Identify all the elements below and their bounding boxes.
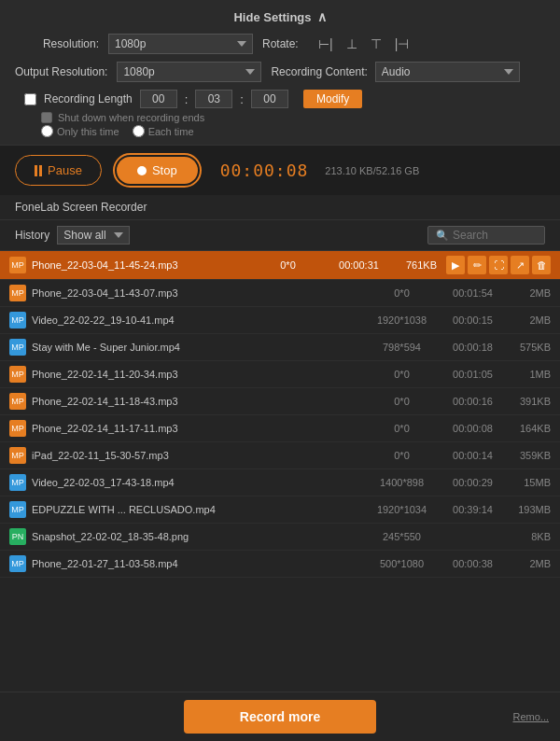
history-select[interactable]: Show all xyxy=(57,226,130,245)
remove-link[interactable]: Remo... xyxy=(512,711,549,722)
pause-button[interactable]: Pause xyxy=(15,155,102,186)
resolution-row: Resolution: 1080p 720p Rotate: ⊢| ⊥ ⊤ |⊣ xyxy=(15,34,545,54)
shutdown-label: Shut down when recording ends xyxy=(58,112,204,123)
table-row[interactable]: MPPhone_22-02-14_11-20-34.mp30*000:01:05… xyxy=(0,361,560,388)
output-resolution-select[interactable]: 1080p 720p xyxy=(117,62,261,82)
shutdown-checkbox[interactable] xyxy=(41,112,52,123)
file-resolution: 245*550 xyxy=(367,531,437,542)
file-resolution: 0*0 xyxy=(367,369,437,380)
table-row[interactable]: MPEDPUZZLE WITH ... RECLUSADO.mp41920*10… xyxy=(0,496,560,524)
table-row[interactable]: MPiPad_22-02-11_15-30-57.mp30*000:00:143… xyxy=(0,442,560,469)
recording-content-label: Recording Content: xyxy=(271,65,367,78)
file-name: Stay with Me - Super Junior.mp4 xyxy=(32,342,361,353)
radio-row: Only this time Each time xyxy=(15,125,545,137)
controls-bar: Pause Stop 00:00:08 213.10 KB/52.16 GB xyxy=(0,145,560,195)
table-row[interactable]: MPStay with Me - Super Junior.mp4798*594… xyxy=(0,334,560,361)
file-duration: 00:00:29 xyxy=(442,477,503,488)
file-type-icon: MP xyxy=(9,285,26,301)
rotate-label: Rotate: xyxy=(262,37,309,50)
edit-button[interactable]: ✏ xyxy=(468,256,486,274)
time-seconds-input[interactable] xyxy=(251,90,288,108)
file-size: 575KB xyxy=(509,342,551,353)
rotate-btn-1[interactable]: ⊢| xyxy=(315,35,337,53)
pause-icon xyxy=(35,165,42,176)
play-button[interactable]: ▶ xyxy=(446,256,465,274)
file-duration: 00:00:31 xyxy=(329,259,389,271)
file-resolution: 0*0 xyxy=(367,396,437,407)
file-name: Snapshot_22-02-02_18-35-48.png xyxy=(32,531,361,542)
time-minutes-input[interactable] xyxy=(195,90,232,108)
file-size: 164KB xyxy=(509,423,551,434)
table-row[interactable]: MPPhone_22-01-27_11-03-58.mp4500*108000:… xyxy=(0,551,560,578)
table-row[interactable]: MPVideo_22-02-22_19-10-41.mp41920*103800… xyxy=(0,307,560,334)
time-sep-1: : xyxy=(185,92,189,106)
file-name: Video_22-02-03_17-43-18.mp4 xyxy=(32,477,361,488)
file-duration: 00:39:14 xyxy=(442,504,503,515)
hide-settings-label: Hide Settings xyxy=(233,10,311,24)
chevron-up-icon[interactable]: ∧ xyxy=(317,9,327,24)
file-actions: ▶✏⛶↗🗑 xyxy=(446,256,551,274)
each-time-label: Each time xyxy=(148,126,194,137)
file-name: Phone_22-02-14_11-18-43.mp3 xyxy=(32,396,361,407)
delete-button[interactable]: 🗑 xyxy=(532,256,551,274)
time-sep-2: : xyxy=(240,92,244,106)
each-time-radio[interactable] xyxy=(133,125,145,137)
time-hours-input[interactable] xyxy=(140,90,177,108)
file-size: 359KB xyxy=(509,450,551,461)
recording-length-checkbox[interactable] xyxy=(24,93,36,105)
record-more-button[interactable]: Record more xyxy=(184,700,376,734)
file-resolution: 0*0 xyxy=(367,423,437,434)
timer-display: 00:00:08 xyxy=(220,161,309,180)
stop-button[interactable]: Stop xyxy=(117,157,198,184)
file-resolution: 0*0 xyxy=(253,259,323,271)
search-input[interactable] xyxy=(453,229,537,242)
file-size: 761KB xyxy=(395,259,437,271)
file-list-container: MPPhone_22-03-04_11-45-24.mp30*000:00:31… xyxy=(0,251,560,692)
rotate-btn-2[interactable]: ⊥ xyxy=(343,35,361,53)
folder-button[interactable]: ⛶ xyxy=(489,256,508,274)
file-resolution: 500*1080 xyxy=(367,558,437,569)
each-time-option[interactable]: Each time xyxy=(133,125,194,137)
file-list: MPPhone_22-03-04_11-45-24.mp30*000:00:31… xyxy=(0,251,560,578)
resolution-select[interactable]: 1080p 720p xyxy=(108,34,253,54)
output-resolution-label: Output Resolution: xyxy=(15,65,107,78)
only-this-time-option[interactable]: Only this time xyxy=(41,125,119,137)
file-duration: 00:00:16 xyxy=(442,396,503,407)
modify-button[interactable]: Modify xyxy=(303,90,362,108)
file-type-icon: MP xyxy=(9,501,26,518)
file-name: Phone_22-03-04_11-45-24.mp3 xyxy=(32,259,247,271)
file-duration: 00:01:05 xyxy=(442,369,503,380)
file-duration: 00:00:14 xyxy=(442,450,503,461)
table-row[interactable]: MPPhone_22-03-04_11-45-24.mp30*000:00:31… xyxy=(0,251,560,280)
file-resolution: 1920*1034 xyxy=(367,504,437,515)
search-icon: 🔍 xyxy=(436,230,449,242)
table-row[interactable]: MPVideo_22-02-03_17-43-18.mp41400*89800:… xyxy=(0,469,560,496)
table-row[interactable]: MPPhone_22-02-14_11-18-43.mp30*000:00:16… xyxy=(0,388,560,415)
file-size: 391KB xyxy=(509,396,551,407)
file-name: Phone_22-03-04_11-43-07.mp3 xyxy=(32,287,361,299)
file-type-icon: MP xyxy=(9,420,26,437)
file-resolution: 1400*898 xyxy=(367,477,437,488)
file-resolution: 798*594 xyxy=(367,342,437,353)
file-type-icon: MP xyxy=(9,474,26,491)
share-button[interactable]: ↗ xyxy=(511,256,529,274)
file-size-display: 213.10 KB/52.16 GB xyxy=(325,165,419,176)
table-row[interactable]: MPPhone_22-03-04_11-43-07.mp30*000:01:54… xyxy=(0,280,560,307)
only-this-time-radio[interactable] xyxy=(41,125,53,137)
table-row[interactable]: MPPhone_22-02-14_11-17-11.mp30*000:00:08… xyxy=(0,415,560,442)
stop-dot-icon xyxy=(137,166,147,175)
rotate-btn-3[interactable]: ⊤ xyxy=(367,35,385,53)
file-size: 2MB xyxy=(509,558,551,569)
file-name: iPad_22-02-11_15-30-57.mp3 xyxy=(32,450,361,461)
file-duration: 00:00:18 xyxy=(442,342,503,353)
file-resolution: 0*0 xyxy=(367,287,437,299)
recording-content-select[interactable]: Audio Video xyxy=(375,62,520,82)
settings-header[interactable]: Hide Settings ∧ xyxy=(15,9,545,24)
table-row[interactable]: PNSnapshot_22-02-02_18-35-48.png245*5508… xyxy=(0,524,560,551)
file-type-icon: MP xyxy=(9,447,26,464)
rotate-btn-4[interactable]: |⊣ xyxy=(391,35,413,53)
recording-content-row: Recording Content: Audio Video xyxy=(271,62,519,82)
file-name: Phone_22-01-27_11-03-58.mp4 xyxy=(32,558,361,569)
file-type-icon: MP xyxy=(9,393,26,410)
search-box: 🔍 xyxy=(427,226,545,245)
